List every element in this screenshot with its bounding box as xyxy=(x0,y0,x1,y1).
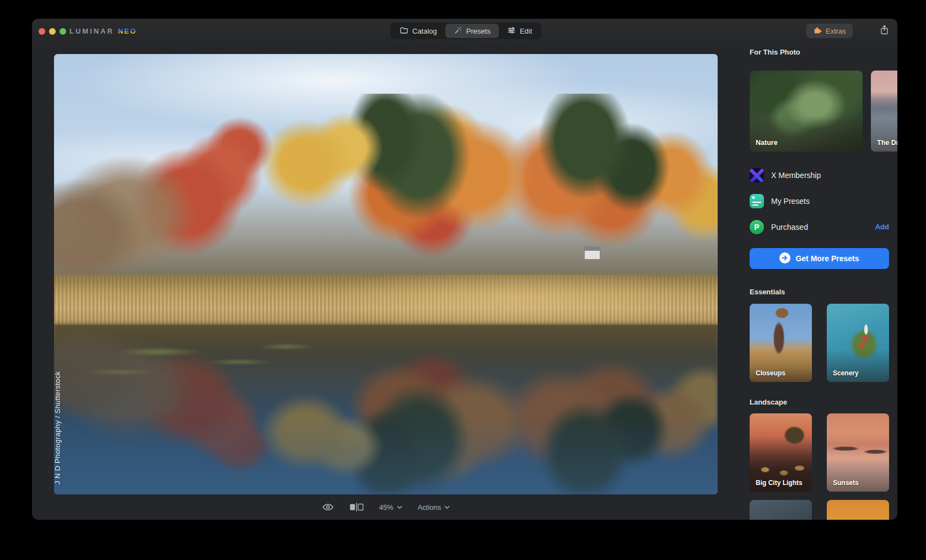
my-presets-icon: ♥ xyxy=(750,194,764,208)
arrow-circle-icon xyxy=(779,252,790,265)
photo-watermark: J N D Photography / Shutterstock xyxy=(54,371,62,484)
tab-presets[interactable]: Presets xyxy=(445,24,499,38)
minimize-window-button[interactable] xyxy=(49,28,56,35)
preset-label: Nature xyxy=(756,139,778,147)
bottom-toolbar: 45% Actions xyxy=(54,494,718,520)
photo-house xyxy=(585,250,600,259)
menu-item-x-membership[interactable]: X Membership xyxy=(750,162,889,188)
tab-catalog[interactable]: Catalog xyxy=(391,24,445,38)
preset-thumb-nature[interactable]: Nature xyxy=(750,71,863,152)
share-icon xyxy=(880,24,889,37)
title-bar: LUMINAR NEO Catalog xyxy=(32,19,897,43)
essentials-title: Essentials xyxy=(750,288,785,296)
app-window: LUMINAR NEO Catalog xyxy=(32,19,897,520)
add-purchased-link[interactable]: Add xyxy=(875,223,889,231)
preset-label: The Dro xyxy=(877,139,897,147)
extras-button[interactable]: Extras xyxy=(806,24,853,38)
close-window-button[interactable] xyxy=(39,28,45,35)
tab-catalog-label: Catalog xyxy=(412,27,437,35)
compare-button[interactable] xyxy=(349,503,364,511)
photo-canvas[interactable]: J N D Photography / Shutterstock xyxy=(54,54,718,494)
preset-thumb-the-dro[interactable]: The Dro xyxy=(871,71,897,152)
app-logo: LUMINAR NEO xyxy=(69,19,137,43)
get-more-presets-label: Get More Presets xyxy=(795,254,859,263)
puzzle-icon xyxy=(813,26,822,36)
preview-toggle-button[interactable] xyxy=(322,503,334,511)
preset-label: Scenery xyxy=(833,369,859,377)
presets-menu: X Membership ♥ My Presets P Purchased Ad… xyxy=(750,162,889,240)
preset-label: Sunsets xyxy=(833,479,859,487)
traffic-lights xyxy=(39,28,66,35)
sliders-icon xyxy=(507,26,516,36)
preset-card-sunsets[interactable]: Sunsets xyxy=(827,413,889,492)
x-membership-icon xyxy=(750,168,764,182)
tab-edit[interactable]: Edit xyxy=(499,24,540,38)
chevron-down-icon xyxy=(397,505,402,509)
preset-card-partial-1[interactable] xyxy=(750,500,812,520)
get-more-presets-button[interactable]: Get More Presets xyxy=(750,248,889,269)
for-this-photo-row: Nature The Dro xyxy=(750,71,897,152)
zoom-level-dropdown[interactable]: 45% xyxy=(379,503,402,511)
preset-label: Closeups xyxy=(756,369,785,377)
chevron-down-icon xyxy=(444,505,450,509)
landscape-title: Landscape xyxy=(750,398,787,406)
mode-tab-group: Catalog Presets xyxy=(390,23,541,39)
logo-luminar: LUMINAR xyxy=(69,27,114,35)
photo-reeds xyxy=(54,274,718,330)
photo-water xyxy=(54,325,718,494)
zoom-level-value: 45% xyxy=(379,503,394,511)
preset-card-partial-2[interactable] xyxy=(827,500,889,520)
folder-icon xyxy=(400,26,408,36)
landscape-row: Big City Lights Sunsets xyxy=(750,413,889,492)
actions-label: Actions xyxy=(418,503,442,511)
actions-dropdown[interactable]: Actions xyxy=(418,503,450,511)
preset-card-big-city-lights[interactable]: Big City Lights xyxy=(750,413,812,492)
landscape-row-partial xyxy=(750,500,889,520)
tab-presets-label: Presets xyxy=(466,27,491,35)
photo-treeline xyxy=(54,94,718,288)
purchased-icon: P xyxy=(750,220,764,234)
essentials-row: Closeups Scenery xyxy=(750,304,889,382)
menu-item-my-presets[interactable]: ♥ My Presets xyxy=(750,188,889,214)
eye-icon xyxy=(322,503,334,511)
tab-edit-label: Edit xyxy=(520,27,532,35)
preset-card-closeups[interactable]: Closeups xyxy=(750,304,812,382)
preset-label: Big City Lights xyxy=(756,479,803,487)
for-this-photo-title: For This Photo xyxy=(750,48,800,56)
menu-item-purchased[interactable]: P Purchased Add xyxy=(750,214,889,240)
before-after-icon xyxy=(349,503,364,511)
preset-card-scenery[interactable]: Scenery xyxy=(827,304,889,382)
lily-pads xyxy=(54,325,718,494)
zoom-window-button[interactable] xyxy=(60,28,66,35)
extras-label: Extras xyxy=(826,27,846,35)
logo-neo: NEO xyxy=(118,27,137,35)
magic-wand-icon xyxy=(454,26,462,36)
share-button[interactable] xyxy=(877,24,891,38)
